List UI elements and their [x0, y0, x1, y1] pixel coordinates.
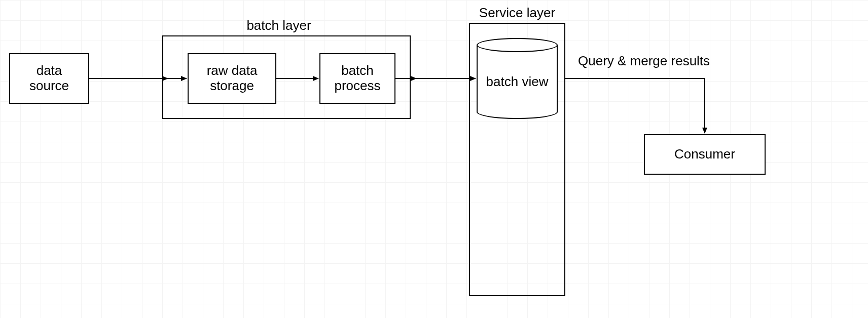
node-data-source-label: datasource — [29, 63, 69, 94]
edge-query-merge-label: Query & merge results — [578, 53, 710, 69]
diagram-canvas: datasource batch layer raw datastorage b… — [0, 0, 868, 318]
node-consumer-label: Consumer — [674, 147, 735, 162]
node-batch-view: batch view — [477, 38, 558, 119]
node-data-source: datasource — [9, 53, 89, 104]
node-batch-process-label: batchprocess — [334, 63, 380, 94]
node-batch-view-label: batch view — [477, 74, 558, 90]
node-consumer: Consumer — [644, 134, 766, 175]
arrow-servicelayer-to-consumer — [565, 78, 705, 133]
node-raw-data-storage-label: raw datastorage — [207, 63, 258, 94]
cylinder-top — [477, 38, 558, 52]
node-batch-process: batchprocess — [319, 53, 395, 104]
node-raw-data-storage: raw datastorage — [188, 53, 276, 104]
container-service-layer-label: Service layer — [466, 5, 568, 21]
container-batch-layer-label: batch layer — [213, 18, 345, 33]
arrowhead-out-of-batch-layer — [411, 76, 417, 81]
